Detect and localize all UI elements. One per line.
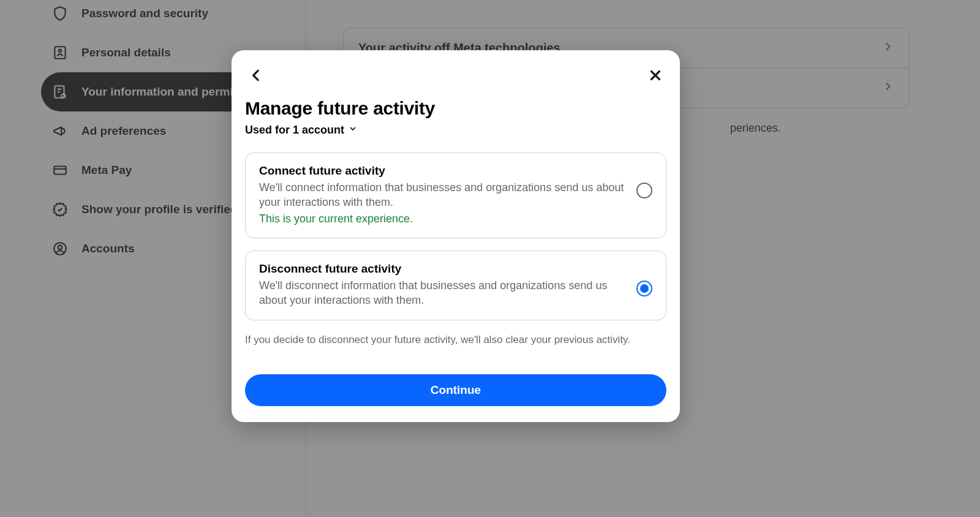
modal-title: Manage future activity xyxy=(245,98,666,119)
close-button[interactable] xyxy=(644,64,666,86)
modal-note: If you decide to disconnect your future … xyxy=(245,334,666,346)
modal-account-selector[interactable]: Used for 1 account xyxy=(245,124,666,137)
continue-button[interactable]: Continue xyxy=(245,374,666,406)
radio-disconnect[interactable] xyxy=(636,281,652,296)
option-description: We'll connect information that businesse… xyxy=(259,180,625,210)
manage-future-activity-modal: Manage future activity Used for 1 accoun… xyxy=(232,50,680,422)
option-title: Connect future activity xyxy=(259,164,625,178)
option-title: Disconnect future activity xyxy=(259,262,625,276)
option-disconnect-future-activity[interactable]: Disconnect future activity We'll disconn… xyxy=(245,251,666,321)
continue-button-label: Continue xyxy=(431,383,481,397)
option-current-label: This is your current experience. xyxy=(259,213,625,225)
radio-connect[interactable] xyxy=(636,183,652,198)
chevron-down-icon xyxy=(348,124,358,137)
back-button[interactable] xyxy=(245,64,267,86)
option-description: We'll disconnect information that busine… xyxy=(259,278,625,308)
modal-subtitle: Used for 1 account xyxy=(245,124,344,137)
option-connect-future-activity[interactable]: Connect future activity We'll connect in… xyxy=(245,153,666,238)
